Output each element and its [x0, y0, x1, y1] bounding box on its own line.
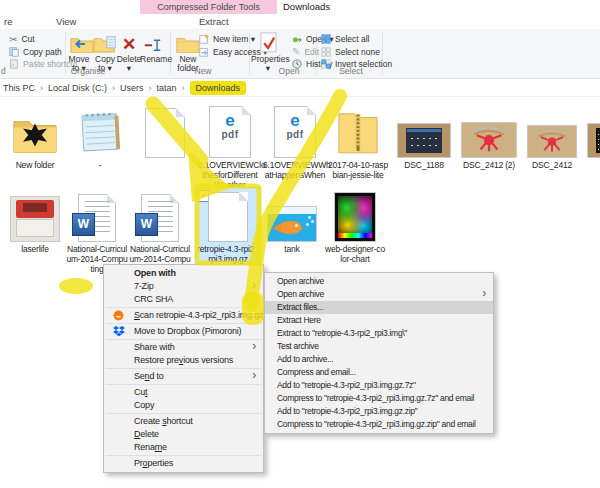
submenu-item-compress-to-retropie-4-3-rpi2-rpi3-img-gz-7z-and-email[interactable]: Compress to "retropie-4.3-rpi2_rpi3.img.…	[265, 392, 493, 405]
file-label: New folder	[3, 160, 67, 170]
breadcrumb-segment-local-disk-c[interactable]: Local Disk (C:)	[48, 83, 107, 93]
file-item[interactable]: tank	[260, 188, 324, 254]
copy-path-icon	[9, 47, 19, 57]
file-item[interactable]: laserlife	[3, 188, 67, 254]
submenu-item-compress-to-retropie-4-3-rpi2-rpi3-img-gz-zip-and-email[interactable]: Compress to "retropie-4.3-rpi2_rpi3.img.…	[265, 418, 493, 431]
menu-separator	[106, 339, 261, 340]
tab-re[interactable]: re	[4, 14, 12, 29]
photo-fish-icon	[267, 206, 317, 242]
title-bar: Compressed Folder Tools Downloads	[0, 0, 600, 14]
submenu-item-add-to-retropie-4-3-rpi2-rpi3-img-gz-zip[interactable]: Add to "retropie-4.3-rpi2_rpi3.img.gz.zi…	[265, 405, 493, 418]
ribbon-select-none-button[interactable]: Select none	[321, 46, 380, 58]
submenu-item-compress-and-email[interactable]: Compress and email...	[265, 366, 493, 379]
file-label: 2017-04-10-raspbian-jessie-lite	[326, 160, 390, 180]
breadcrumb-segment-tatan[interactable]: tatan	[157, 83, 177, 93]
edge-pdf-icon: epdf	[209, 106, 251, 158]
menu-item-label: Rename	[134, 442, 167, 452]
7zip-submenu: Open archiveOpen archive›Extract files..…	[264, 272, 494, 434]
ribbon-edit-button[interactable]: ✎Edit	[292, 46, 319, 58]
submenu-arrow-icon: ›	[252, 340, 256, 353]
breadcrumb-segment-downloads[interactable]: Downloads	[190, 81, 247, 95]
submenu-item-extract-here[interactable]: Extract Here	[265, 314, 493, 327]
context-menu-item-7-zip[interactable]: 7-Zip›	[104, 280, 263, 293]
file-item[interactable]: WNational-Curriculum-2014-Compu	[128, 188, 192, 264]
file-item[interactable]	[133, 104, 197, 160]
tab-view[interactable]: View	[56, 14, 76, 29]
ribbon-group-label: d	[1, 66, 6, 76]
dropbox-icon	[113, 326, 125, 337]
file-item[interactable]: epdf6.1OVERVIEWWhatHappensWhen	[263, 104, 327, 180]
context-menu-item-restore-previous-versions[interactable]: Restore previous versions	[104, 354, 263, 367]
submenu-item-open-archive[interactable]: Open archive	[265, 275, 493, 288]
select-none-icon	[321, 47, 331, 57]
menu-item-label: Add to "retropie-4.3-rpi2_rpi3.img.gz.zi…	[277, 406, 417, 416]
context-menu-item-copy[interactable]: Copy	[104, 399, 263, 412]
menu-item-label: Delete	[134, 429, 159, 439]
ribbon-cut-button[interactable]: ✂Cut	[9, 33, 35, 45]
submenu-item-extract-to-retropie-4-3-rpi2-rpi3-img[interactable]: Extract to "retropie-4.3-rpi2_rpi3.img\"	[265, 327, 493, 340]
context-menu-item-properties[interactable]: Properties	[104, 457, 263, 470]
file-item[interactable]: -	[68, 104, 132, 170]
file-item[interactable]: D	[580, 104, 600, 170]
file-item[interactable]: web-designer-color-chart	[323, 188, 387, 264]
ribbon-tabs: reViewExtract	[0, 14, 600, 29]
context-menu-item-cut[interactable]: Cut	[104, 386, 263, 399]
ribbon-copy-path-button[interactable]: Copy path	[9, 46, 62, 58]
cut-icon: ✂	[9, 34, 17, 45]
menu-item-label: CRC SHA	[134, 294, 173, 304]
context-menu-item-rename[interactable]: Rename	[104, 441, 263, 454]
menu-item-label: Open archive	[277, 276, 324, 286]
menu-item-label: Add to archive...	[277, 354, 333, 364]
ribbon-rename-button[interactable]: Rename	[140, 31, 166, 75]
open-icon	[292, 34, 302, 44]
context-menu-item-share-with[interactable]: Share with›	[104, 341, 263, 354]
file-label: -	[68, 160, 132, 170]
contextual-tab-header: Compressed Folder Tools	[140, 0, 277, 14]
file-item[interactable]: DSC_2412	[520, 104, 584, 170]
ribbon-select-all-button[interactable]: Select all	[321, 33, 370, 45]
file-explorer-window: Compressed Folder Tools Downloads reView…	[0, 0, 600, 488]
ribbon: ✂CutCopy pathPaste shortcutdMoveto ▾Copy…	[0, 29, 600, 79]
file-label: retropie-4.3-rpi2_rpi3.img.gz	[196, 244, 260, 264]
breadcrumb-segment-this-pc[interactable]: This PC	[3, 83, 35, 93]
context-menu-item-open-with[interactable]: Open with	[104, 267, 263, 280]
photo-laser-icon	[10, 196, 60, 242]
tab-extract[interactable]: Extract	[199, 14, 229, 29]
context-menu-item-delete[interactable]: Delete	[104, 428, 263, 441]
context-menu-item-move-to-dropbox-pimoroni[interactable]: Move to Dropbox (Pimoroni)	[104, 325, 263, 338]
breadcrumb-separator: ›	[40, 83, 43, 93]
breadcrumb-segment-users[interactable]: Users	[120, 83, 144, 93]
submenu-item-extract-files[interactable]: Extract files...	[265, 301, 493, 314]
file-item[interactable]: 2017-04-10-raspbian-jessie-lite	[326, 104, 390, 180]
file-item[interactable]: WNational-Curriculum-2014-Computing	[65, 188, 129, 274]
submenu-item-open-archive[interactable]: Open archive›	[265, 288, 493, 301]
file-item[interactable]: DSC_2412 (2)	[457, 104, 521, 170]
submenu-item-test-archive[interactable]: Test archive	[265, 340, 493, 353]
ribbon-delete-button[interactable]: ✕Delete▾	[116, 31, 142, 75]
context-menu-item-crc-sha[interactable]: CRC SHA›	[104, 293, 263, 306]
menu-item-label: Compress to "retropie-4.3-rpi2_rpi3.img.…	[277, 393, 474, 403]
delete-icon: ✕	[122, 36, 136, 53]
submenu-item-add-to-retropie-4-3-rpi2-rpi3-img-gz-7z[interactable]: Add to "retropie-4.3-rpi2_rpi3.img.gz.7z…	[265, 379, 493, 392]
antivirus-icon	[113, 310, 124, 321]
context-menu-item-scan-retropie-4-3-rpi2-rpi3-img-gz[interactable]: Scan retropie-4.3-rpi2_rpi3.img.gz	[104, 309, 263, 322]
submenu-arrow-icon: ›	[252, 292, 256, 305]
submenu-item-add-to-archive[interactable]: Add to archive...	[265, 353, 493, 366]
ribbon-new-item-button[interactable]: New item ▾	[199, 33, 255, 45]
context-menu-item-send-to[interactable]: Send to›	[104, 370, 263, 383]
submenu-arrow-icon: ›	[252, 369, 256, 382]
file-item[interactable]: epdf5.1OVERVIEWClothesforDifferentWeathe…	[198, 104, 262, 190]
menu-item-label: Cut	[134, 387, 147, 397]
menu-item-label: Scan retropie-4.3-rpi2_rpi3.img.gz	[134, 310, 263, 320]
menu-item-label: Open archive	[277, 289, 324, 299]
file-label: D	[580, 160, 600, 170]
file-label: laserlife	[3, 244, 67, 254]
menu-item-label: Properties	[134, 458, 173, 468]
file-item[interactable]: ✓retropie-4.3-rpi2_rpi3.img.gz	[196, 188, 260, 264]
new-item-icon	[199, 34, 209, 44]
breadcrumb-separator: ›	[112, 83, 115, 93]
file-item[interactable]: DSC_1188	[392, 104, 456, 170]
photo-screen-icon	[397, 123, 451, 158]
file-item[interactable]: New folder	[3, 104, 67, 170]
context-menu-item-create-shortcut[interactable]: Create shortcut	[104, 415, 263, 428]
